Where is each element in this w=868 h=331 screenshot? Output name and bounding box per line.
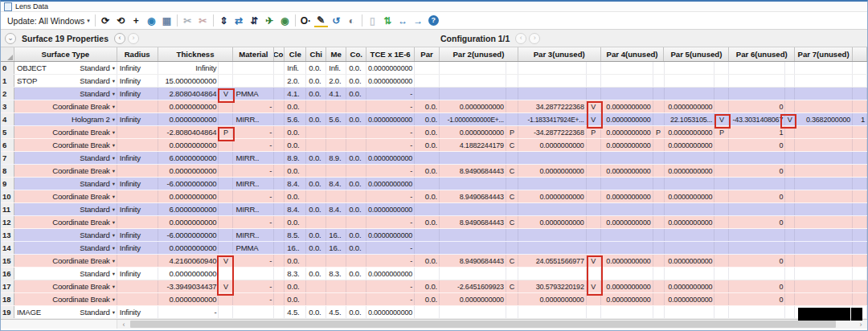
surface-type-cell[interactable]: Coordinate Break▾ [14,255,117,267]
surface-type-cell[interactable]: STOPStandard▾ [14,75,117,87]
cell-f4[interactable] [653,113,665,125]
cell-f2[interactable] [506,113,518,125]
cell-cle[interactable]: Infi. [285,62,306,74]
cell-f5[interactable] [714,88,729,100]
cell-p4[interactable]: 0.0000000000 [601,280,653,292]
cell-p5[interactable]: 0.0000000000 [665,190,715,202]
surface-type-cell[interactable]: Standard▾ [14,268,117,280]
row-number[interactable]: 14 [1,242,14,254]
dropdown-arrow-icon[interactable]: ▾ [113,181,115,187]
cell-me[interactable]: 8.9. [326,152,346,164]
cell-f3[interactable] [587,178,601,190]
cut-disabled-icon[interactable]: ✂ [181,14,194,27]
cell-mat[interactable]: MIRR.. [233,113,274,125]
cell-cle[interactable]: 8.9. [285,152,306,164]
image-icon[interactable]: ▦ [160,14,174,27]
surface-type-cell[interactable]: Standard▾ [14,178,117,190]
dropdown-arrow-icon[interactable]: ▾ [113,206,115,213]
cell-chi[interactable]: 0.0. [306,242,326,254]
cell-p8[interactable] [853,203,867,215]
cell-p1[interactable] [415,88,440,100]
dropdown-arrow-icon[interactable]: ▾ [113,309,115,316]
cell-p8[interactable] [853,100,867,112]
cell-con[interactable]: 0.0. [346,88,366,100]
horizontal-scrollbar[interactable]: ‹ › [1,319,867,329]
cell-tce[interactable]: - [366,190,415,202]
cell-p4[interactable]: 0.0000000000 [601,293,653,305]
cell-p7[interactable] [795,165,853,177]
cell-p7[interactable] [795,203,853,215]
cell-p5[interactable]: 0.0000000000 [665,255,715,267]
cell-tce[interactable]: 0.0000000000 [366,306,415,318]
cell-tce[interactable]: - [366,126,415,138]
cell-p4[interactable] [601,203,653,215]
toggle-icon[interactable]: ◐ [345,14,358,27]
cell-p6[interactable]: -43.3031408067 [729,113,785,125]
cell-f2[interactable]: C [506,190,518,202]
cell-coat[interactable] [274,242,285,254]
cell-f3[interactable] [587,62,601,74]
cell-f6[interactable] [785,165,795,177]
cell-p6[interactable] [729,178,785,190]
cell-thick[interactable]: -2.8080404864 [158,126,219,138]
cell-p7[interactable] [795,216,853,228]
cell-p1[interactable]: 0.0. [415,280,440,292]
col-header-surface-type[interactable]: Surface Type [14,47,117,61]
cell-thick[interactable]: -6.0000000000 [158,229,219,241]
cell-thick[interactable]: 0.0000000000 [158,139,219,151]
cell-f4[interactable] [653,216,665,228]
cell-p4[interactable]: 0.0000000000 [601,165,653,177]
cell-mat[interactable]: - [233,255,274,267]
cell-coat[interactable] [274,75,285,87]
cell-f2[interactable] [506,100,518,112]
cell-p5[interactable]: 0.0000000000 [665,216,715,228]
cell-p3[interactable] [518,242,587,254]
cell-chi[interactable]: 0.0. [306,113,326,125]
cell-p4[interactable]: 0.0000000000 [601,255,653,267]
cell-thick[interactable]: 2.8080404864 [158,88,219,100]
row-number[interactable]: 0 [1,62,14,74]
cell-thick[interactable]: -6.0000000000 [158,178,219,190]
cell-f3[interactable]: V [587,100,601,112]
cell-cle[interactable]: 0.0. [285,126,306,138]
cell-f5[interactable] [714,293,729,305]
cell-mat[interactable]: - [233,216,274,228]
cell-con[interactable]: 0.0. [346,113,366,125]
dropdown-arrow-icon[interactable]: ▾ [113,155,115,161]
surface-type-cell[interactable]: Standard▾ [14,152,117,164]
insert-after-icon[interactable]: ⇄ [232,14,246,27]
cell-mat[interactable]: PMMA [233,242,274,254]
cell-f3[interactable]: V [587,255,601,267]
cell-f4[interactable] [653,242,665,254]
cell-p7[interactable] [795,190,853,202]
cell-tf[interactable] [219,216,233,228]
cell-cle[interactable]: 8.4. [285,178,306,190]
cell-f3[interactable] [587,216,601,228]
cell-f2[interactable] [506,203,518,215]
cell-me[interactable]: 16.. [326,242,346,254]
cell-tf[interactable] [219,62,233,74]
cell-p8[interactable] [853,126,867,138]
col-header-thickness[interactable]: Thickness [158,47,234,61]
cell-cle[interactable]: 0.0. [285,165,306,177]
dropdown-arrow-icon[interactable]: ▾ [113,116,115,123]
dropdown-arrow-icon[interactable]: ▾ [113,258,115,264]
cell-coat[interactable] [274,203,285,215]
cell-radius[interactable]: Infinity [117,178,158,190]
cell-tf[interactable] [219,139,233,151]
dropdown-arrow-icon[interactable]: ▾ [113,78,115,84]
surface-type-cell[interactable]: Coordinate Break▾ [14,165,117,177]
cell-p5[interactable] [665,178,715,190]
col-header-par4[interactable]: Par 4(unused) [601,47,665,61]
row-number[interactable]: 7 [1,152,14,164]
cell-thick[interactable]: 0.0000000000 [158,242,219,254]
cell-f3[interactable] [587,293,601,305]
cell-tf[interactable] [219,268,233,280]
scrollbar-track[interactable] [836,320,854,329]
cell-con[interactable] [346,280,366,292]
globe-icon[interactable]: ◉ [145,14,158,27]
cell-p2[interactable]: 8.9490684443 [440,216,506,228]
cell-p2[interactable]: 0.0000000000 [440,100,506,112]
cell-f6[interactable] [785,293,795,305]
cell-f6[interactable] [785,88,795,100]
